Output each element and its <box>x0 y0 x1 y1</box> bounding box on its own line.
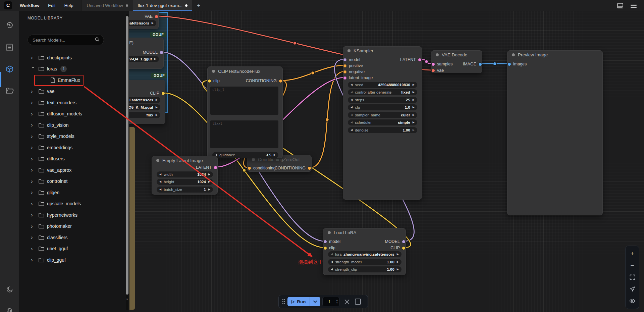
chevron-right-icon[interactable]: › <box>31 134 36 139</box>
stepper-down-icon[interactable]: ▼ <box>336 302 338 304</box>
node-ksampler[interactable]: KSamplermodelpositivenegativelatent_imag… <box>343 46 422 200</box>
batch-count-input[interactable]: 1 ▲▼ <box>322 297 340 306</box>
chevron-right-icon[interactable]: › <box>31 190 36 195</box>
widget-left-arrow-icon[interactable]: ◀ <box>351 106 353 109</box>
chevron-right-icon[interactable]: › <box>31 257 36 263</box>
tree-item-unet_gguf[interactable]: ›unet_gguf <box>19 243 126 255</box>
tree-item-vae[interactable]: ›vae <box>19 86 126 97</box>
widget-left-arrow-icon[interactable]: ◀ <box>159 180 161 183</box>
note-node-sliver[interactable] <box>129 127 135 310</box>
scroll-down-arrow-icon[interactable]: ▼ <box>125 298 129 301</box>
widget-left-arrow-icon[interactable]: ◀ <box>351 129 353 132</box>
chevron-right-icon[interactable]: › <box>31 246 36 252</box>
queue-history-tab[interactable] <box>0 18 19 33</box>
widget-left-arrow-icon[interactable]: ◀ <box>331 261 333 263</box>
menu-edit[interactable]: Edit <box>44 0 60 11</box>
chevron-right-icon[interactable]: › <box>31 167 36 173</box>
chevron-right-icon[interactable]: › <box>31 201 36 207</box>
node-clip-text-encode-flux[interactable]: CLIPTextEncodeFluxclipCONDITIONINGclip_l… <box>207 66 283 158</box>
bottom-panel-toggle-icon[interactable] <box>617 3 623 8</box>
output-port-IMAGE[interactable] <box>479 63 482 66</box>
tree-item-hypernetworks[interactable]: ›hypernetworks <box>19 209 126 221</box>
widget-left-arrow-icon[interactable]: ◀ <box>331 253 333 256</box>
new-tab-button[interactable]: + <box>192 0 205 11</box>
widget-right-arrow-icon[interactable]: ▶ <box>413 121 415 124</box>
search-input[interactable] <box>32 37 95 43</box>
input-port-model[interactable] <box>343 58 346 61</box>
widget-scheduler[interactable]: ◀schedulersimple▶ <box>348 119 417 125</box>
widget-left-arrow-icon[interactable]: ◀ <box>331 268 333 271</box>
input-port-clip[interactable] <box>208 80 211 83</box>
sidebar-scrollbar-thumb[interactable] <box>126 16 128 295</box>
input-port-positive[interactable] <box>343 64 346 67</box>
workflows-tab[interactable] <box>0 84 19 98</box>
menu-help[interactable]: Help <box>60 0 78 11</box>
chevron-down-icon[interactable]: › <box>31 66 36 71</box>
tree-item-clip_gguf[interactable]: ›clip_gguf <box>19 254 126 266</box>
node-library-tab[interactable] <box>0 40 19 55</box>
output-port-CONDITIONING[interactable] <box>279 80 282 83</box>
chevron-right-icon[interactable]: › <box>31 178 36 184</box>
tree-item-classifiers[interactable]: ›classifiers <box>19 232 126 243</box>
widget-height[interactable]: ◀height1024▶ <box>157 179 213 185</box>
widget-strength_model[interactable]: ◀strength_model1.00▶ <box>328 259 401 265</box>
tree-item-loras[interactable]: ›loras1 <box>19 63 126 75</box>
input-port-model[interactable] <box>324 240 327 243</box>
chevron-right-icon[interactable]: › <box>31 156 36 162</box>
chevron-right-icon[interactable]: › <box>31 100 36 105</box>
chevron-right-icon[interactable]: › <box>31 111 36 117</box>
widget-left-arrow-icon[interactable]: ◀ <box>159 173 161 176</box>
tree-item-vae_approx[interactable]: ›vae_approx <box>19 164 126 176</box>
widget-left-arrow-icon[interactable]: ◀ <box>351 99 353 101</box>
output-port-MODEL[interactable] <box>402 240 405 243</box>
tree-item-embeddings[interactable]: ›embeddings <box>19 142 126 153</box>
node-vae-decode[interactable]: VAE DecodesamplesvaeIMAGE <box>431 50 482 73</box>
chevron-right-icon[interactable]: › <box>31 145 36 150</box>
widget-right-arrow-icon[interactable]: ▶ <box>397 253 399 256</box>
widget-right-arrow-icon[interactable]: ▶ <box>156 106 158 109</box>
input-port-vae[interactable] <box>432 69 435 72</box>
widget-right-arrow-icon[interactable]: ▶ <box>152 22 154 24</box>
widget-control after generate[interactable]: ◀control after generatefixed▶ <box>348 89 417 95</box>
input-port-latent_image[interactable] <box>343 76 346 80</box>
widget-strength_clip[interactable]: ◀strength_clip1.00▶ <box>328 266 401 272</box>
output-port-CLIP[interactable] <box>162 92 165 95</box>
input-port-clip[interactable] <box>324 247 327 250</box>
model-library-tab[interactable] <box>0 62 19 76</box>
main-menu-icon[interactable] <box>631 3 637 8</box>
run-options-chevron[interactable] <box>310 301 320 303</box>
widget-guidance[interactable]: ◀guidance3.5▶ <box>212 152 278 158</box>
batch-stepper[interactable]: ▲▼ <box>336 299 339 304</box>
chevron-right-icon[interactable]: › <box>31 89 36 94</box>
widget-cfg[interactable]: ◀cfg1.0▶ <box>348 104 417 110</box>
widget-right-arrow-icon[interactable]: ▶ <box>413 129 415 132</box>
pointer-navigate-button[interactable] <box>627 285 637 294</box>
widget-right-arrow-icon[interactable]: ▶ <box>156 114 158 116</box>
comfyui-logo-icon[interactable]: C <box>4 1 12 9</box>
prompt-textarea[interactable]: clip_l <box>210 87 278 115</box>
node-preview-image[interactable]: Preview Imageimages <box>507 50 603 215</box>
prompt-textarea[interactable]: t5xxl <box>210 120 278 148</box>
zoom-in-button[interactable]: + <box>627 250 637 258</box>
widget-denoise[interactable]: ◀denoise1.00▶ <box>348 127 417 133</box>
stop-button[interactable] <box>355 299 361 305</box>
node-empty-latent-image[interactable]: Empty Latent ImageLATENT◀width1024▶◀heig… <box>152 156 218 195</box>
widget-batch_size[interactable]: ◀batch_size1▶ <box>157 187 213 193</box>
widget-lora …[interactable]: ◀lora …zhangyuanying.safetensors▶ <box>328 251 401 257</box>
widget-right-arrow-icon[interactable]: ▶ <box>413 99 415 101</box>
chevron-right-icon[interactable]: › <box>31 55 36 60</box>
toolbar-drag-handle[interactable] <box>282 299 285 305</box>
widget-left-arrow-icon[interactable]: ◀ <box>159 188 161 191</box>
chevron-right-icon[interactable]: › <box>31 223 36 229</box>
clear-queue-button[interactable] <box>344 299 350 304</box>
tree-item-style_models[interactable]: ›style_models <box>19 131 126 142</box>
widget-left-arrow-icon[interactable]: ◀ <box>351 114 353 116</box>
widget-left-arrow-icon[interactable]: ◀ <box>351 91 353 94</box>
tree-item-diffusion_models[interactable]: ›diffusion_models <box>19 108 126 120</box>
widget-right-arrow-icon[interactable]: ▶ <box>413 114 415 116</box>
tree-item-upscale_models[interactable]: ›upscale_models <box>19 198 126 210</box>
tab-unsaved-workflow[interactable]: Unsaved Workflow <box>82 0 132 11</box>
output-port-CLIP[interactable] <box>402 247 405 250</box>
tree-item-controlnet[interactable]: ›controlnet <box>19 176 126 187</box>
input-port-conditioning[interactable] <box>248 167 251 170</box>
